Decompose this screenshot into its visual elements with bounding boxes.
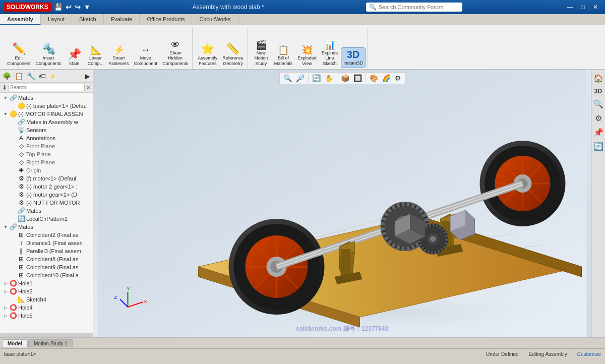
tab-evaluate[interactable]: Evaluate: [104, 14, 140, 25]
tree-item[interactable]: ◇Top Plane: [0, 150, 93, 158]
tab-office-products[interactable]: Office Products: [140, 14, 192, 25]
tree-item[interactable]: 🔗Mates: [0, 207, 93, 215]
move-component-button[interactable]: ↔️ MoveComponent: [132, 44, 160, 68]
tree-item[interactable]: ▼🟡(-) MOTOR FINAL ASSEN: [0, 110, 93, 118]
tab-motion-study[interactable]: Motion Study 1: [28, 339, 73, 347]
linear-comp-button[interactable]: 📐 LinearComp...: [86, 44, 106, 68]
scene-button[interactable]: 🌈: [381, 74, 392, 83]
pan-button[interactable]: ✋: [323, 74, 335, 83]
tree-item-icon: ◇: [17, 151, 25, 158]
tree-item[interactable]: ∥Parallel3 (Final assem: [0, 247, 93, 255]
explode-line-sketch-button[interactable]: 📊 ExplodeLineSketch: [320, 39, 340, 68]
zoom-out-button[interactable]: 🔍: [592, 98, 605, 110]
tree-item[interactable]: ▷⭕Hole1: [0, 279, 93, 287]
pin-button[interactable]: 📌: [592, 126, 605, 139]
tree-item[interactable]: 🔗Mates in Assembly w: [0, 118, 93, 126]
viewport[interactable]: 🔍 🔎 🔄 ✋ 📦 🔲 🎨 🌈 ⚙: [93, 70, 591, 337]
tree-expand-icon[interactable]: ▷: [2, 305, 9, 310]
tree-expand-icon[interactable]: ▼: [2, 111, 9, 116]
close-button[interactable]: ✕: [590, 3, 601, 12]
svg-text:Z: Z: [114, 295, 117, 300]
tree-item[interactable]: ⚙(-) motor gear<1> (D: [0, 191, 93, 199]
property-manager-button[interactable]: 📋: [13, 71, 25, 81]
reference-geometry-button[interactable]: 📏 ReferenceGeometry: [220, 42, 246, 68]
tree-expand-icon[interactable]: ▷: [2, 281, 9, 286]
tree-item[interactable]: 📐Sketch4: [0, 295, 93, 304]
tab-assembly[interactable]: Assembly: [0, 14, 41, 25]
tree-expand-icon[interactable]: ▷: [2, 313, 9, 318]
mate-button[interactable]: 📌 Mate: [65, 47, 85, 68]
settings-button[interactable]: ⚙: [593, 112, 603, 125]
minimize-button[interactable]: —: [564, 3, 576, 12]
dim-expert-button[interactable]: 🏷: [37, 71, 47, 81]
tab-layout[interactable]: Layout: [41, 14, 72, 25]
ribbon-content: ✏️ EditComponent 🔩 InsertComponents 📌 Ma…: [0, 25, 605, 70]
insert-components-button[interactable]: 🔩 InsertComponents: [34, 42, 64, 68]
tree-item[interactable]: ✚Origin: [0, 166, 93, 174]
tree-item[interactable]: ▼🔗Mates: [0, 223, 93, 231]
qa-undo-icon[interactable]: ↩: [66, 3, 72, 11]
new-motion-study-button[interactable]: 🎬 NewMotionStudy: [251, 39, 271, 68]
tree-item[interactable]: ⊞Coincident9 (Final as: [0, 263, 93, 271]
tree-item[interactable]: ▷⭕Hole2: [0, 287, 93, 295]
search-input[interactable]: [379, 4, 459, 10]
ribbon-group-components: ✏️ EditComponent 🔩 InsertComponents 📌 Ma…: [3, 28, 193, 69]
tree-item[interactable]: ⚙(-) motor 2 gear<1> :: [0, 183, 93, 191]
exploded-view-button[interactable]: 💥 ExplodedView: [295, 44, 319, 68]
tree-item-icon: 🟡: [9, 110, 17, 117]
customize-status[interactable]: Customize: [577, 351, 601, 357]
tree-item[interactable]: ▼🔗Mates: [0, 94, 93, 102]
config-manager-button[interactable]: 🔧: [25, 71, 37, 81]
qa-redo-icon[interactable]: ↪: [75, 3, 81, 11]
tree-item[interactable]: ◇Front Plane: [0, 142, 93, 150]
tree-expand-icon[interactable]: ▼: [2, 95, 9, 100]
bill-of-materials-button[interactable]: 📋 Bill ofMaterials: [272, 44, 295, 68]
tree-item[interactable]: ⊞Coincident2 (Final as: [0, 231, 93, 239]
zoom-in-button[interactable]: 🔎: [294, 74, 306, 83]
filter-clear-icon[interactable]: ✕: [86, 84, 91, 91]
qa-save-icon[interactable]: 💾: [54, 3, 63, 11]
tree-item[interactable]: ▷⭕Hole4: [0, 304, 93, 312]
view-settings-button[interactable]: ⚙: [393, 74, 403, 83]
search-box[interactable]: 🔍: [366, 3, 462, 12]
tree-item[interactable]: AAnnotations: [0, 134, 93, 142]
tree-item[interactable]: ⚙(-) NUT FOR MOTOR: [0, 199, 93, 207]
zoom-to-fit-button[interactable]: 🔍: [282, 74, 293, 83]
tree-view-button[interactable]: 🌳: [1, 71, 13, 81]
assembly-features-button[interactable]: ⭐ AssemblyFeatures: [196, 42, 219, 68]
display-style-button[interactable]: 🔲: [352, 74, 364, 83]
tree-expand-icon[interactable]: ▷: [2, 289, 9, 294]
rotate-button[interactable]: 🔄: [311, 74, 322, 83]
tree-item[interactable]: ⊞Coincident10 (Final a: [0, 271, 93, 279]
qa-options-icon[interactable]: ▼: [84, 3, 91, 11]
smart-fasteners-button[interactable]: ⚡ SmartFasteners: [107, 44, 131, 68]
tree-item[interactable]: 📡Sensors: [0, 126, 93, 134]
tree-expand-icon[interactable]: ▼: [2, 224, 9, 229]
instant3d-button[interactable]: 3D Instant3D: [341, 47, 366, 68]
tree-item[interactable]: 🟡(-) base plate<1> (Defau: [0, 102, 93, 110]
tree-item[interactable]: ↕Distance1 (Final assen: [0, 239, 93, 247]
tab-sketch[interactable]: Sketch: [72, 14, 104, 25]
show-hidden-button[interactable]: 👁 ShowHiddenComponents: [160, 39, 190, 68]
expand-panel-button[interactable]: ▶: [83, 71, 92, 81]
refresh-button[interactable]: 🔄: [592, 140, 605, 153]
filter-input[interactable]: [8, 84, 85, 91]
exploded-view-icon: 💥: [301, 45, 313, 54]
home-view-button[interactable]: 🏠: [592, 72, 605, 85]
features-btn[interactable]: ⚡: [48, 73, 57, 80]
appearance-button[interactable]: 🎨: [368, 74, 380, 83]
tree-item[interactable]: ◇Right Plane: [0, 158, 93, 166]
tab-model[interactable]: Model: [2, 339, 28, 347]
maximize-button[interactable]: □: [578, 3, 588, 12]
tree-item[interactable]: ▷⭕Hole5: [0, 312, 93, 320]
tree-item[interactable]: ⊞Coincident8 (Final as: [0, 255, 93, 263]
tree-item-label: Top Plane: [26, 151, 51, 157]
tree-item[interactable]: ⚙(f) motor<1> (Defaul: [0, 174, 93, 183]
panel-scrollbar[interactable]: [0, 333, 93, 337]
tree-item[interactable]: 🔄LocalCirPattern1: [0, 215, 93, 223]
assembly-features-icon: ⭐: [201, 43, 214, 54]
edit-component-button[interactable]: ✏️ EditComponent: [5, 42, 33, 68]
3d-view-button[interactable]: 3D: [593, 86, 603, 96]
tab-circuitworks[interactable]: CircuitWorks: [192, 14, 238, 25]
view-orientation-button[interactable]: 📦: [339, 74, 351, 83]
